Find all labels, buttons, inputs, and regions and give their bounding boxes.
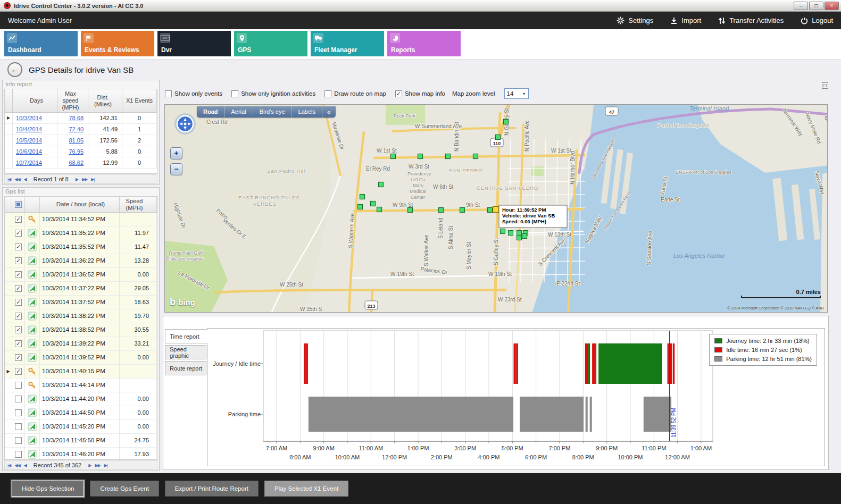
- gps-list-row[interactable]: ✓10/3/2014 11:34:52 PM: [5, 213, 157, 226]
- column-header[interactable]: Speed (MPH): [120, 197, 157, 212]
- pager-button[interactable]: ▶: [88, 463, 91, 468]
- tab-dashboard[interactable]: Dashboard: [4, 31, 78, 56]
- map-style-labels[interactable]: Labels: [292, 106, 322, 117]
- checkbox-icon[interactable]: [231, 90, 238, 97]
- row-checkbox[interactable]: ✓: [15, 243, 22, 250]
- day-link[interactable]: 10/6/2014: [16, 148, 42, 155]
- tab-route-report[interactable]: Route report: [165, 361, 206, 375]
- export-print-route-report-button[interactable]: Export / Print Route Report: [165, 481, 259, 497]
- pager-button[interactable]: |◀: [7, 177, 11, 182]
- map-zoom-select[interactable]: 14▼: [504, 88, 529, 99]
- option-draw-route-on-map[interactable]: Draw route on map: [324, 90, 386, 97]
- tab-speed-graphic[interactable]: Speed graphic: [165, 345, 206, 359]
- map-style-bird-s-eye[interactable]: Bird's eye: [253, 106, 292, 117]
- hide-gps-selection-button[interactable]: Hide Gps Selection: [12, 481, 84, 497]
- route-marker[interactable]: [408, 208, 413, 213]
- max-speed-link[interactable]: 76.95: [69, 148, 84, 155]
- gps-list-row[interactable]: ✓10/3/2014 11:39:22 PM33.21: [5, 337, 157, 351]
- max-speed-link[interactable]: 81.05: [69, 137, 84, 144]
- pager-button[interactable]: |◀: [7, 463, 11, 468]
- create-gps-event-button[interactable]: Create Gps Event: [90, 481, 159, 497]
- logout-button[interactable]: Logout: [801, 16, 833, 24]
- column-header[interactable]: Days: [13, 89, 57, 112]
- column-header[interactable]: Max speed (MPH): [57, 89, 88, 112]
- pager-button[interactable]: ▶▶: [82, 177, 87, 182]
- route-marker[interactable]: [379, 182, 384, 187]
- tab-gps[interactable]: GPS: [234, 31, 307, 56]
- route-marker[interactable]: [522, 234, 527, 239]
- map-compass-control[interactable]: [173, 112, 197, 136]
- gps-list-row[interactable]: 10/3/2014 11:44:14 PM: [5, 379, 157, 392]
- pager-button[interactable]: ◀: [24, 463, 27, 468]
- zoom-out-button[interactable]: −: [170, 163, 182, 175]
- route-marker[interactable]: [517, 231, 522, 236]
- row-checkbox[interactable]: ✓: [15, 354, 22, 361]
- gps-list-row[interactable]: 10/3/2014 11:45:50 PM24.75: [5, 434, 157, 448]
- row-checkbox[interactable]: ✓: [15, 313, 22, 320]
- row-checkbox[interactable]: ✓: [15, 368, 22, 375]
- gps-list-row[interactable]: 10/3/2014 11:46:20 PM17.93: [5, 448, 157, 460]
- tab-reports[interactable]: Reports: [387, 31, 461, 56]
- checkbox-icon[interactable]: ✓: [395, 90, 402, 97]
- route-marker[interactable]: [517, 236, 522, 240]
- row-checkbox[interactable]: ✓: [15, 230, 22, 237]
- pager-button[interactable]: ◀◀: [14, 463, 20, 468]
- info-report-row[interactable]: 10/4/201472.4041.491: [5, 124, 157, 135]
- route-marker[interactable]: [439, 208, 444, 213]
- row-checkbox[interactable]: ✓: [15, 285, 22, 292]
- info-report-row[interactable]: 10/5/201481.05172.562: [5, 135, 157, 146]
- gps-list-row[interactable]: ✓10/3/2014 11:39:52 PM0.00: [5, 351, 157, 365]
- row-checkbox[interactable]: [15, 382, 22, 389]
- gps-list-row[interactable]: ✓10/3/2014 11:37:52 PM18.63: [5, 296, 157, 309]
- option-show-only-events[interactable]: Show only events: [165, 90, 222, 97]
- collapse-map-panel-button[interactable]: [822, 82, 828, 89]
- option-show-only-ignition-activities[interactable]: Show only ignition activities: [231, 90, 315, 97]
- map-style-road[interactable]: Road: [197, 106, 225, 117]
- route-marker[interactable]: [358, 205, 363, 209]
- tab-fleet-manager[interactable]: Fleet Manager: [311, 31, 384, 56]
- route-marker[interactable]: [446, 154, 451, 159]
- day-link[interactable]: 10/4/2014: [16, 126, 42, 132]
- gps-list-row[interactable]: 10/3/2014 11:44:20 PM0.00: [5, 392, 157, 406]
- row-checkbox[interactable]: ✓: [15, 271, 22, 278]
- zoom-in-button[interactable]: +: [170, 147, 182, 159]
- gps-list-row[interactable]: 10/3/2014 11:45:20 PM0.00: [5, 420, 157, 434]
- info-report-row[interactable]: 10/6/201476.955.880: [5, 146, 157, 157]
- route-marker[interactable]: [371, 201, 376, 206]
- gps-list-row[interactable]: ✓10/3/2014 11:36:22 PM13.28: [5, 254, 157, 268]
- day-link[interactable]: 10/5/2014: [16, 137, 42, 144]
- max-speed-link[interactable]: 68.62: [69, 159, 84, 166]
- route-marker[interactable]: [391, 154, 396, 159]
- pager-button[interactable]: ▶: [76, 177, 78, 182]
- gps-list-row[interactable]: ✓10/3/2014 11:36:52 PM0.00: [5, 268, 157, 282]
- back-button[interactable]: ←: [7, 62, 22, 77]
- transfer-activities-button[interactable]: Transfer Activities: [718, 16, 784, 24]
- select-all-icon[interactable]: [12, 197, 25, 212]
- play-selected-x1-event-button[interactable]: Play Selected X1 Event: [264, 481, 348, 497]
- gps-list-row[interactable]: ✓10/3/2014 11:38:52 PM30.55: [5, 323, 157, 337]
- close-button[interactable]: ×: [825, 2, 839, 10]
- checkbox-icon[interactable]: [324, 90, 331, 97]
- route-marker[interactable]: [360, 195, 365, 199]
- pager-button[interactable]: ◀◀: [14, 177, 20, 182]
- max-speed-link[interactable]: 72.40: [69, 126, 84, 132]
- route-marker[interactable]: [473, 154, 478, 159]
- pager-button[interactable]: ◀: [24, 177, 27, 182]
- tab-dvr[interactable]: DVRDvr: [157, 31, 231, 56]
- route-marker[interactable]: [496, 135, 501, 140]
- day-link[interactable]: 10/3/2014: [16, 115, 42, 121]
- pager-button[interactable]: ▶|: [104, 463, 107, 468]
- pager-button[interactable]: ▶▶: [95, 463, 100, 468]
- collapse-nav-button[interactable]: «: [322, 108, 336, 116]
- route-marker[interactable]: [460, 208, 465, 213]
- map-style-aerial[interactable]: Aerial: [225, 106, 253, 117]
- settings-button[interactable]: Settings: [617, 16, 653, 24]
- info-report-row[interactable]: ▶10/3/201478.68142.310: [5, 113, 157, 124]
- gps-list-row[interactable]: 10/3/2014 11:44:50 PM0.00: [5, 406, 157, 420]
- column-header[interactable]: Date / hour (local): [40, 197, 120, 212]
- gps-list-row[interactable]: ✓10/3/2014 11:35:22 PM11.97: [5, 226, 157, 240]
- row-checkbox[interactable]: [15, 423, 22, 430]
- route-marker[interactable]: [418, 154, 423, 159]
- max-speed-link[interactable]: 78.68: [69, 115, 84, 121]
- checkbox-icon[interactable]: [165, 90, 172, 97]
